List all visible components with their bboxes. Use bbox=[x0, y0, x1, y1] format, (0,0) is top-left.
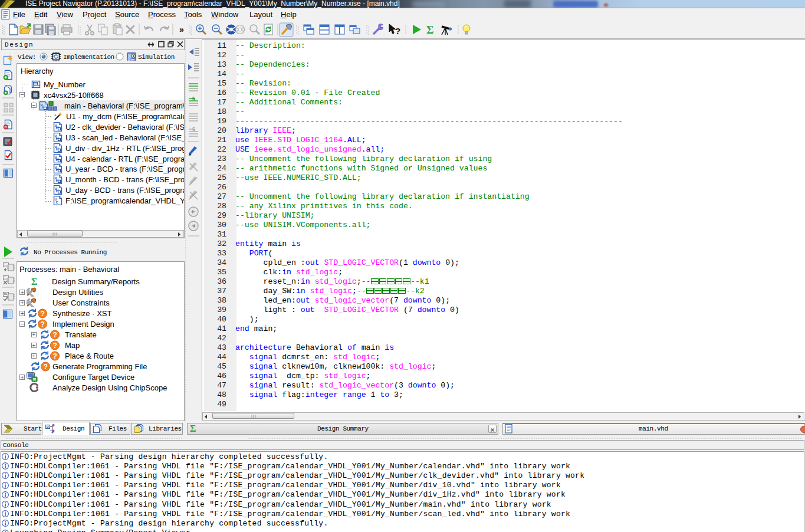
svg-text:?: ? bbox=[395, 26, 400, 36]
svg-text:Σ: Σ bbox=[31, 277, 37, 286]
svg-text:ISim: ISim bbox=[128, 58, 135, 61]
svg-text:5: 5 bbox=[192, 126, 195, 132]
svg-text:C: C bbox=[56, 201, 59, 204]
svg-text:Σ: Σ bbox=[190, 424, 196, 433]
svg-text:Σ: Σ bbox=[426, 24, 433, 36]
svg-text:5: 5 bbox=[192, 96, 195, 101]
svg-text:»: » bbox=[179, 25, 184, 34]
